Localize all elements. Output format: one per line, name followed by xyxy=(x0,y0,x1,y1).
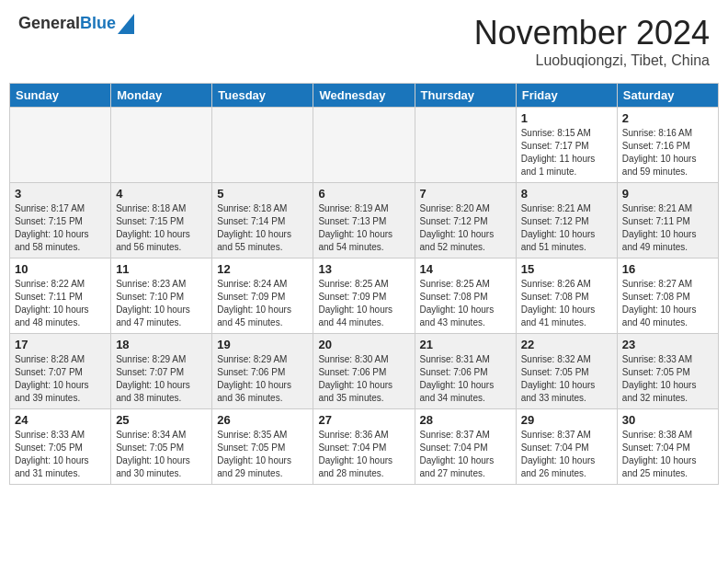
svg-marker-0 xyxy=(118,14,134,34)
day-info: Sunrise: 8:30 AMSunset: 7:06 PMDaylight:… xyxy=(318,353,409,405)
weekday-header-wednesday: Wednesday xyxy=(313,84,415,108)
weekday-header-tuesday: Tuesday xyxy=(212,84,313,108)
calendar-cell: 28Sunrise: 8:37 AMSunset: 7:04 PMDayligh… xyxy=(415,409,516,485)
week-row-4: 17Sunrise: 8:28 AMSunset: 7:07 PMDayligh… xyxy=(10,334,719,409)
day-number: 6 xyxy=(318,187,409,201)
week-row-3: 10Sunrise: 8:22 AMSunset: 7:11 PMDayligh… xyxy=(10,259,719,334)
day-info: Sunrise: 8:34 AMSunset: 7:05 PMDaylight:… xyxy=(116,429,207,480)
calendar-cell: 9Sunrise: 8:21 AMSunset: 7:11 PMDaylight… xyxy=(617,183,718,259)
calendar-cell: 11Sunrise: 8:23 AMSunset: 7:10 PMDayligh… xyxy=(111,259,212,334)
calendar-cell: 29Sunrise: 8:37 AMSunset: 7:04 PMDayligh… xyxy=(516,409,617,485)
calendar-cell xyxy=(415,108,516,183)
logo-icon xyxy=(118,14,134,34)
day-number: 18 xyxy=(116,338,207,351)
day-number: 10 xyxy=(15,262,106,276)
day-info: Sunrise: 8:23 AMSunset: 7:10 PMDaylight:… xyxy=(116,278,207,329)
day-info: Sunrise: 8:28 AMSunset: 7:07 PMDaylight:… xyxy=(15,353,106,405)
calendar-cell: 2Sunrise: 8:16 AMSunset: 7:16 PMDaylight… xyxy=(617,108,718,183)
day-info: Sunrise: 8:26 AMSunset: 7:08 PMDaylight:… xyxy=(521,278,612,329)
day-info: Sunrise: 8:38 AMSunset: 7:04 PMDaylight:… xyxy=(622,429,713,480)
day-number: 14 xyxy=(420,262,511,276)
day-number: 26 xyxy=(217,413,308,427)
calendar-cell: 24Sunrise: 8:33 AMSunset: 7:05 PMDayligh… xyxy=(10,409,111,485)
calendar-cell: 16Sunrise: 8:27 AMSunset: 7:08 PMDayligh… xyxy=(617,259,718,334)
calendar-cell xyxy=(10,108,111,183)
calendar-cell: 22Sunrise: 8:32 AMSunset: 7:05 PMDayligh… xyxy=(516,334,617,409)
day-number: 22 xyxy=(521,338,612,351)
day-info: Sunrise: 8:33 AMSunset: 7:05 PMDaylight:… xyxy=(622,353,713,405)
day-number: 9 xyxy=(622,187,713,201)
day-number: 7 xyxy=(420,187,511,201)
calendar-cell: 1Sunrise: 8:15 AMSunset: 7:17 PMDaylight… xyxy=(516,108,617,183)
calendar-cell: 6Sunrise: 8:19 AMSunset: 7:13 PMDaylight… xyxy=(313,183,415,259)
calendar-cell: 10Sunrise: 8:22 AMSunset: 7:11 PMDayligh… xyxy=(10,259,111,334)
day-info: Sunrise: 8:16 AMSunset: 7:16 PMDaylight:… xyxy=(622,127,713,178)
day-number: 16 xyxy=(622,262,713,276)
day-info: Sunrise: 8:20 AMSunset: 7:12 PMDaylight:… xyxy=(420,202,511,254)
day-info: Sunrise: 8:22 AMSunset: 7:11 PMDaylight:… xyxy=(15,278,106,329)
day-info: Sunrise: 8:37 AMSunset: 7:04 PMDaylight:… xyxy=(420,429,511,480)
calendar-cell: 8Sunrise: 8:21 AMSunset: 7:12 PMDaylight… xyxy=(516,183,617,259)
logo-text: GeneralBlue xyxy=(18,15,116,33)
calendar-cell: 12Sunrise: 8:24 AMSunset: 7:09 PMDayligh… xyxy=(212,259,313,334)
day-info: Sunrise: 8:25 AMSunset: 7:08 PMDaylight:… xyxy=(420,278,511,329)
logo: GeneralBlue xyxy=(18,14,134,34)
weekday-header-sunday: Sunday xyxy=(10,84,111,108)
day-info: Sunrise: 8:21 AMSunset: 7:12 PMDaylight:… xyxy=(521,202,612,254)
day-info: Sunrise: 8:31 AMSunset: 7:06 PMDaylight:… xyxy=(420,353,511,405)
day-info: Sunrise: 8:15 AMSunset: 7:17 PMDaylight:… xyxy=(521,127,612,178)
day-number: 28 xyxy=(420,413,511,427)
day-number: 27 xyxy=(318,413,409,427)
day-info: Sunrise: 8:36 AMSunset: 7:04 PMDaylight:… xyxy=(318,429,409,480)
day-info: Sunrise: 8:37 AMSunset: 7:04 PMDaylight:… xyxy=(521,429,612,480)
calendar-cell: 20Sunrise: 8:30 AMSunset: 7:06 PMDayligh… xyxy=(313,334,415,409)
calendar-cell: 25Sunrise: 8:34 AMSunset: 7:05 PMDayligh… xyxy=(111,409,212,485)
weekday-header-row: SundayMondayTuesdayWednesdayThursdayFrid… xyxy=(10,84,719,108)
calendar-cell: 27Sunrise: 8:36 AMSunset: 7:04 PMDayligh… xyxy=(313,409,415,485)
day-number: 4 xyxy=(116,187,207,201)
calendar-cell xyxy=(313,108,415,183)
day-number: 30 xyxy=(622,413,713,427)
calendar-cell: 17Sunrise: 8:28 AMSunset: 7:07 PMDayligh… xyxy=(10,334,111,409)
week-row-1: 1Sunrise: 8:15 AMSunset: 7:17 PMDaylight… xyxy=(10,108,719,183)
calendar-cell: 14Sunrise: 8:25 AMSunset: 7:08 PMDayligh… xyxy=(415,259,516,334)
calendar-cell: 7Sunrise: 8:20 AMSunset: 7:12 PMDaylight… xyxy=(415,183,516,259)
weekday-header-friday: Friday xyxy=(516,84,617,108)
day-info: Sunrise: 8:35 AMSunset: 7:05 PMDaylight:… xyxy=(217,429,308,480)
calendar-cell xyxy=(212,108,313,183)
day-number: 8 xyxy=(521,187,612,201)
calendar-cell: 5Sunrise: 8:18 AMSunset: 7:14 PMDaylight… xyxy=(212,183,313,259)
day-number: 29 xyxy=(521,413,612,427)
day-number: 11 xyxy=(116,262,207,276)
day-number: 15 xyxy=(521,262,612,276)
calendar-cell: 30Sunrise: 8:38 AMSunset: 7:04 PMDayligh… xyxy=(617,409,718,485)
day-number: 25 xyxy=(116,413,207,427)
day-number: 17 xyxy=(15,338,106,351)
calendar-table: SundayMondayTuesdayWednesdayThursdayFrid… xyxy=(9,83,719,485)
week-row-5: 24Sunrise: 8:33 AMSunset: 7:05 PMDayligh… xyxy=(10,409,719,485)
day-info: Sunrise: 8:32 AMSunset: 7:05 PMDaylight:… xyxy=(521,353,612,405)
day-number: 3 xyxy=(15,187,106,201)
day-info: Sunrise: 8:21 AMSunset: 7:11 PMDaylight:… xyxy=(622,202,713,254)
calendar-cell: 4Sunrise: 8:18 AMSunset: 7:15 PMDaylight… xyxy=(111,183,212,259)
day-info: Sunrise: 8:33 AMSunset: 7:05 PMDaylight:… xyxy=(15,429,106,480)
calendar-cell: 21Sunrise: 8:31 AMSunset: 7:06 PMDayligh… xyxy=(415,334,516,409)
day-number: 1 xyxy=(521,111,612,125)
day-info: Sunrise: 8:18 AMSunset: 7:14 PMDaylight:… xyxy=(217,202,308,254)
calendar-cell: 23Sunrise: 8:33 AMSunset: 7:05 PMDayligh… xyxy=(617,334,718,409)
weekday-header-saturday: Saturday xyxy=(617,84,718,108)
weekday-header-thursday: Thursday xyxy=(415,84,516,108)
day-number: 5 xyxy=(217,187,308,201)
calendar-cell: 19Sunrise: 8:29 AMSunset: 7:06 PMDayligh… xyxy=(212,334,313,409)
calendar-cell: 3Sunrise: 8:17 AMSunset: 7:15 PMDaylight… xyxy=(10,183,111,259)
calendar-cell xyxy=(111,108,212,183)
day-info: Sunrise: 8:19 AMSunset: 7:13 PMDaylight:… xyxy=(318,202,409,254)
weekday-header-monday: Monday xyxy=(111,84,212,108)
calendar-cell: 18Sunrise: 8:29 AMSunset: 7:07 PMDayligh… xyxy=(111,334,212,409)
day-info: Sunrise: 8:24 AMSunset: 7:09 PMDaylight:… xyxy=(217,278,308,329)
day-info: Sunrise: 8:29 AMSunset: 7:07 PMDaylight:… xyxy=(116,353,207,405)
calendar-cell: 26Sunrise: 8:35 AMSunset: 7:05 PMDayligh… xyxy=(212,409,313,485)
day-number: 21 xyxy=(420,338,511,351)
day-info: Sunrise: 8:29 AMSunset: 7:06 PMDaylight:… xyxy=(217,353,308,405)
calendar-cell: 15Sunrise: 8:26 AMSunset: 7:08 PMDayligh… xyxy=(516,259,617,334)
